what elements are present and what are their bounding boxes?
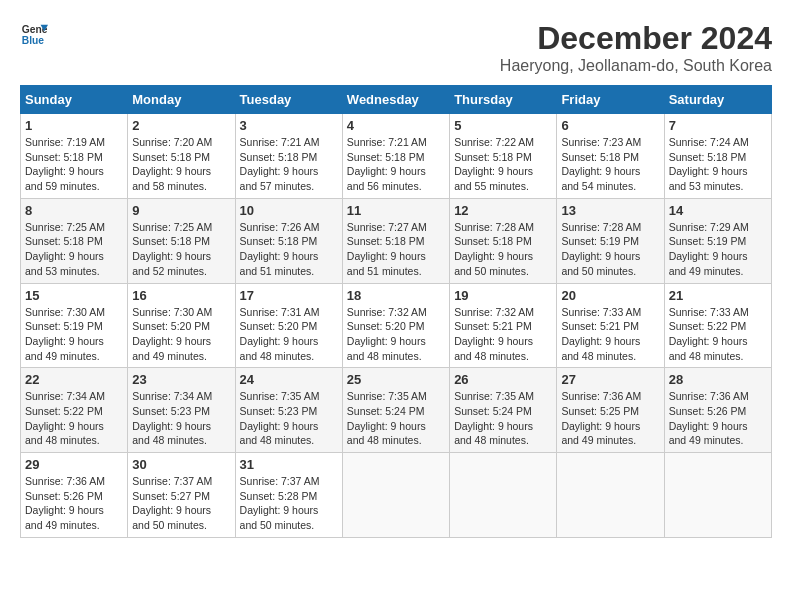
day-info: Sunrise: 7:36 AM Sunset: 5:26 PM Dayligh… xyxy=(25,474,123,533)
day-number: 8 xyxy=(25,203,123,218)
page-title: December 2024 xyxy=(500,20,772,57)
table-row: 27Sunrise: 7:36 AM Sunset: 5:25 PM Dayli… xyxy=(557,368,664,453)
header-thursday: Thursday xyxy=(450,86,557,114)
table-row: 13Sunrise: 7:28 AM Sunset: 5:19 PM Dayli… xyxy=(557,198,664,283)
day-info: Sunrise: 7:22 AM Sunset: 5:18 PM Dayligh… xyxy=(454,135,552,194)
table-row: 12Sunrise: 7:28 AM Sunset: 5:18 PM Dayli… xyxy=(450,198,557,283)
day-number: 6 xyxy=(561,118,659,133)
table-row: 30Sunrise: 7:37 AM Sunset: 5:27 PM Dayli… xyxy=(128,453,235,538)
table-row: 22Sunrise: 7:34 AM Sunset: 5:22 PM Dayli… xyxy=(21,368,128,453)
day-info: Sunrise: 7:29 AM Sunset: 5:19 PM Dayligh… xyxy=(669,220,767,279)
day-number: 18 xyxy=(347,288,445,303)
day-info: Sunrise: 7:21 AM Sunset: 5:18 PM Dayligh… xyxy=(347,135,445,194)
table-row: 2Sunrise: 7:20 AM Sunset: 5:18 PM Daylig… xyxy=(128,114,235,199)
day-info: Sunrise: 7:36 AM Sunset: 5:25 PM Dayligh… xyxy=(561,389,659,448)
day-info: Sunrise: 7:32 AM Sunset: 5:20 PM Dayligh… xyxy=(347,305,445,364)
table-row: 5Sunrise: 7:22 AM Sunset: 5:18 PM Daylig… xyxy=(450,114,557,199)
day-number: 10 xyxy=(240,203,338,218)
title-block: December 2024 Haeryong, Jeollanam-do, So… xyxy=(500,20,772,75)
day-info: Sunrise: 7:35 AM Sunset: 5:23 PM Dayligh… xyxy=(240,389,338,448)
day-number: 13 xyxy=(561,203,659,218)
day-info: Sunrise: 7:36 AM Sunset: 5:26 PM Dayligh… xyxy=(669,389,767,448)
table-row: 23Sunrise: 7:34 AM Sunset: 5:23 PM Dayli… xyxy=(128,368,235,453)
day-info: Sunrise: 7:21 AM Sunset: 5:18 PM Dayligh… xyxy=(240,135,338,194)
table-row: 18Sunrise: 7:32 AM Sunset: 5:20 PM Dayli… xyxy=(342,283,449,368)
day-number: 20 xyxy=(561,288,659,303)
table-row: 26Sunrise: 7:35 AM Sunset: 5:24 PM Dayli… xyxy=(450,368,557,453)
table-row: 14Sunrise: 7:29 AM Sunset: 5:19 PM Dayli… xyxy=(664,198,771,283)
table-row: 10Sunrise: 7:26 AM Sunset: 5:18 PM Dayli… xyxy=(235,198,342,283)
page-header: General Blue December 2024 Haeryong, Jeo… xyxy=(20,20,772,75)
day-number: 26 xyxy=(454,372,552,387)
table-row: 28Sunrise: 7:36 AM Sunset: 5:26 PM Dayli… xyxy=(664,368,771,453)
day-number: 23 xyxy=(132,372,230,387)
table-row xyxy=(664,453,771,538)
day-number: 14 xyxy=(669,203,767,218)
day-number: 11 xyxy=(347,203,445,218)
day-info: Sunrise: 7:27 AM Sunset: 5:18 PM Dayligh… xyxy=(347,220,445,279)
header-wednesday: Wednesday xyxy=(342,86,449,114)
day-info: Sunrise: 7:20 AM Sunset: 5:18 PM Dayligh… xyxy=(132,135,230,194)
day-info: Sunrise: 7:37 AM Sunset: 5:28 PM Dayligh… xyxy=(240,474,338,533)
day-info: Sunrise: 7:37 AM Sunset: 5:27 PM Dayligh… xyxy=(132,474,230,533)
day-number: 5 xyxy=(454,118,552,133)
day-info: Sunrise: 7:25 AM Sunset: 5:18 PM Dayligh… xyxy=(132,220,230,279)
day-number: 22 xyxy=(25,372,123,387)
day-number: 31 xyxy=(240,457,338,472)
day-info: Sunrise: 7:23 AM Sunset: 5:18 PM Dayligh… xyxy=(561,135,659,194)
header-saturday: Saturday xyxy=(664,86,771,114)
day-number: 7 xyxy=(669,118,767,133)
day-info: Sunrise: 7:26 AM Sunset: 5:18 PM Dayligh… xyxy=(240,220,338,279)
day-info: Sunrise: 7:30 AM Sunset: 5:19 PM Dayligh… xyxy=(25,305,123,364)
table-row: 20Sunrise: 7:33 AM Sunset: 5:21 PM Dayli… xyxy=(557,283,664,368)
day-info: Sunrise: 7:34 AM Sunset: 5:22 PM Dayligh… xyxy=(25,389,123,448)
day-number: 30 xyxy=(132,457,230,472)
table-row: 1Sunrise: 7:19 AM Sunset: 5:18 PM Daylig… xyxy=(21,114,128,199)
table-row: 29Sunrise: 7:36 AM Sunset: 5:26 PM Dayli… xyxy=(21,453,128,538)
day-number: 28 xyxy=(669,372,767,387)
table-row: 17Sunrise: 7:31 AM Sunset: 5:20 PM Dayli… xyxy=(235,283,342,368)
day-number: 16 xyxy=(132,288,230,303)
day-info: Sunrise: 7:28 AM Sunset: 5:18 PM Dayligh… xyxy=(454,220,552,279)
table-row: 25Sunrise: 7:35 AM Sunset: 5:24 PM Dayli… xyxy=(342,368,449,453)
day-number: 9 xyxy=(132,203,230,218)
calendar-table: SundayMondayTuesdayWednesdayThursdayFrid… xyxy=(20,85,772,538)
table-row: 15Sunrise: 7:30 AM Sunset: 5:19 PM Dayli… xyxy=(21,283,128,368)
table-row: 6Sunrise: 7:23 AM Sunset: 5:18 PM Daylig… xyxy=(557,114,664,199)
day-number: 25 xyxy=(347,372,445,387)
day-info: Sunrise: 7:28 AM Sunset: 5:19 PM Dayligh… xyxy=(561,220,659,279)
day-info: Sunrise: 7:35 AM Sunset: 5:24 PM Dayligh… xyxy=(347,389,445,448)
header-tuesday: Tuesday xyxy=(235,86,342,114)
logo-icon: General Blue xyxy=(20,20,48,48)
header-friday: Friday xyxy=(557,86,664,114)
day-info: Sunrise: 7:19 AM Sunset: 5:18 PM Dayligh… xyxy=(25,135,123,194)
day-info: Sunrise: 7:33 AM Sunset: 5:21 PM Dayligh… xyxy=(561,305,659,364)
table-row: 7Sunrise: 7:24 AM Sunset: 5:18 PM Daylig… xyxy=(664,114,771,199)
day-number: 3 xyxy=(240,118,338,133)
table-row xyxy=(342,453,449,538)
day-number: 12 xyxy=(454,203,552,218)
day-number: 27 xyxy=(561,372,659,387)
day-info: Sunrise: 7:24 AM Sunset: 5:18 PM Dayligh… xyxy=(669,135,767,194)
day-number: 17 xyxy=(240,288,338,303)
day-info: Sunrise: 7:30 AM Sunset: 5:20 PM Dayligh… xyxy=(132,305,230,364)
day-info: Sunrise: 7:31 AM Sunset: 5:20 PM Dayligh… xyxy=(240,305,338,364)
table-row: 21Sunrise: 7:33 AM Sunset: 5:22 PM Dayli… xyxy=(664,283,771,368)
day-number: 1 xyxy=(25,118,123,133)
day-number: 24 xyxy=(240,372,338,387)
logo: General Blue xyxy=(20,20,48,48)
svg-text:Blue: Blue xyxy=(22,35,45,46)
table-row: 3Sunrise: 7:21 AM Sunset: 5:18 PM Daylig… xyxy=(235,114,342,199)
day-info: Sunrise: 7:35 AM Sunset: 5:24 PM Dayligh… xyxy=(454,389,552,448)
day-info: Sunrise: 7:34 AM Sunset: 5:23 PM Dayligh… xyxy=(132,389,230,448)
table-row: 24Sunrise: 7:35 AM Sunset: 5:23 PM Dayli… xyxy=(235,368,342,453)
table-row: 19Sunrise: 7:32 AM Sunset: 5:21 PM Dayli… xyxy=(450,283,557,368)
day-number: 29 xyxy=(25,457,123,472)
day-number: 15 xyxy=(25,288,123,303)
day-info: Sunrise: 7:33 AM Sunset: 5:22 PM Dayligh… xyxy=(669,305,767,364)
day-number: 2 xyxy=(132,118,230,133)
day-number: 19 xyxy=(454,288,552,303)
header-sunday: Sunday xyxy=(21,86,128,114)
day-info: Sunrise: 7:25 AM Sunset: 5:18 PM Dayligh… xyxy=(25,220,123,279)
day-info: Sunrise: 7:32 AM Sunset: 5:21 PM Dayligh… xyxy=(454,305,552,364)
